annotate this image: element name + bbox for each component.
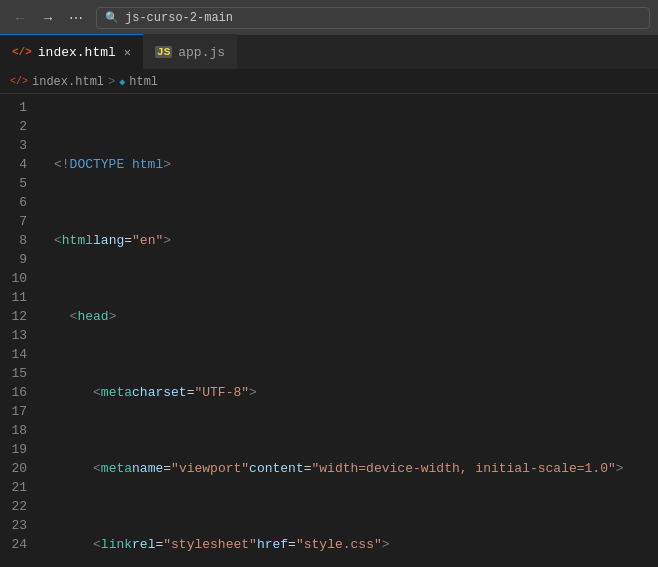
line-num-19: 19 — [0, 440, 27, 459]
code-line-5: <meta name="viewport" content="width=dev… — [54, 459, 658, 478]
search-bar[interactable]: 🔍 js-curso-2-main — [96, 7, 650, 29]
title-bar: ← → ⋯ 🔍 js-curso-2-main — [0, 0, 658, 35]
tab-label-html: index.html — [38, 45, 116, 60]
editor[interactable]: 1 2 3 4 5 6 7 8 9 10 11 12 13 14 15 16 1… — [0, 94, 658, 567]
line-num-4: 4 — [0, 155, 27, 174]
nav-forward-button[interactable]: → — [36, 6, 60, 30]
line-num-14: 14 — [0, 345, 27, 364]
code-line-1: <!DOCTYPE html> — [54, 155, 658, 174]
line-num-20: 20 — [0, 459, 27, 478]
js-file-icon: JS — [155, 46, 172, 58]
line-num-8: 8 — [0, 231, 27, 250]
breadcrumb: </> index.html > ◆ html — [0, 70, 658, 94]
nav-buttons: ← → ⋯ — [8, 6, 88, 30]
line-num-21: 21 — [0, 478, 27, 497]
line-num-22: 22 — [0, 497, 27, 516]
html-file-icon: </> — [12, 46, 32, 58]
tab-close-html[interactable]: ✕ — [124, 45, 131, 60]
line-num-2: 2 — [0, 117, 27, 136]
line-num-15: 15 — [0, 364, 27, 383]
breadcrumb-separator: > — [108, 75, 115, 89]
code-line-2: <html lang="en"> — [54, 231, 658, 250]
tab-app-js[interactable]: JS app.js — [143, 34, 237, 69]
line-num-11: 11 — [0, 288, 27, 307]
tab-bar: </> index.html ✕ JS app.js — [0, 35, 658, 70]
line-num-1: 1 — [0, 98, 27, 117]
search-icon: 🔍 — [105, 11, 119, 24]
line-num-24: 24 — [0, 535, 27, 554]
tab-label-js: app.js — [178, 45, 225, 60]
line-num-10: 10 — [0, 269, 27, 288]
line-num-5: 5 — [0, 174, 27, 193]
line-num-13: 13 — [0, 326, 27, 345]
code-line-4: <meta charset="UTF-8"> — [54, 383, 658, 402]
line-num-3: 3 — [0, 136, 27, 155]
code-line-3: <head> — [54, 307, 658, 326]
line-num-16: 16 — [0, 383, 27, 402]
line-num-23: 23 — [0, 516, 27, 535]
search-text: js-curso-2-main — [125, 11, 233, 25]
line-num-6: 6 — [0, 193, 27, 212]
breadcrumb-section-icon: ◆ — [119, 76, 125, 88]
line-num-9: 9 — [0, 250, 27, 269]
code-content[interactable]: <!DOCTYPE html> <html lang="en"> <head> … — [38, 94, 658, 567]
tab-index-html[interactable]: </> index.html ✕ — [0, 34, 143, 69]
breadcrumb-section: html — [129, 75, 158, 89]
line-num-17: 17 — [0, 402, 27, 421]
line-num-7: 7 — [0, 212, 27, 231]
nav-more-button[interactable]: ⋯ — [64, 6, 88, 30]
line-num-18: 18 — [0, 421, 27, 440]
line-num-12: 12 — [0, 307, 27, 326]
line-numbers: 1 2 3 4 5 6 7 8 9 10 11 12 13 14 15 16 1… — [0, 94, 38, 567]
nav-back-button[interactable]: ← — [8, 6, 32, 30]
code-line-6: <link rel="stylesheet" href="style.css"> — [54, 535, 658, 554]
breadcrumb-html-icon: </> — [10, 76, 28, 87]
breadcrumb-file: index.html — [32, 75, 104, 89]
